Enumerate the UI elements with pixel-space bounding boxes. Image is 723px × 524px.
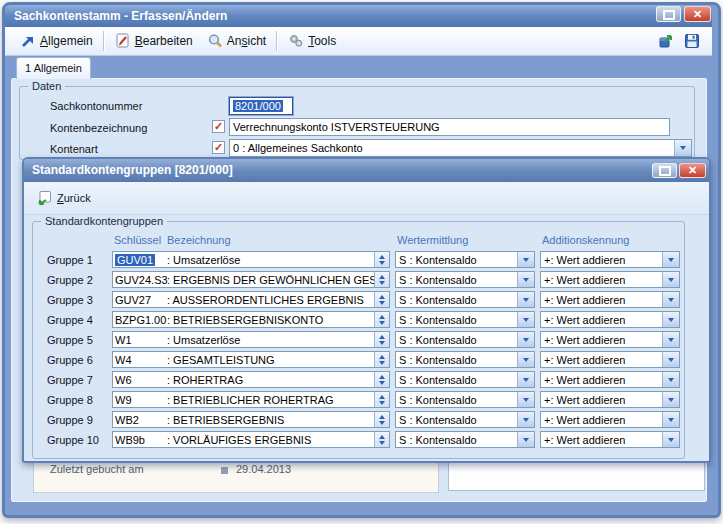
- menu-tools[interactable]: Tools: [281, 31, 343, 51]
- wertermittlung-dropdown-gruppe-6[interactable]: S : Kontensaldo: [395, 351, 535, 368]
- spinner-icon[interactable]: [374, 372, 389, 387]
- schluessel-field-gruppe-2[interactable]: GUV24.S3: ERGEBNIS DER GEWÖHNLICHEN GES: [112, 271, 390, 288]
- schluessel-field-gruppe-3[interactable]: GUV27: AUSSERORDENTLICHES ERGEBNIS: [112, 291, 390, 308]
- dialog-maximize-button[interactable]: [652, 163, 677, 178]
- schluessel-field-gruppe-4[interactable]: BZPG1.00: BETRIEBSERGEBNISKONTO: [112, 311, 390, 328]
- chevron-down-icon[interactable]: [662, 432, 679, 447]
- spinner-icon[interactable]: [374, 352, 389, 367]
- standardkontengruppen-legend: Standardkontengruppen: [41, 215, 167, 227]
- additionskennung-dropdown-gruppe-10[interactable]: +: Wert addieren: [540, 431, 680, 448]
- chevron-down-icon[interactable]: [662, 352, 679, 367]
- spinner-icon[interactable]: [374, 412, 389, 427]
- chevron-down-icon[interactable]: [662, 412, 679, 427]
- magnifier-icon: [207, 33, 223, 49]
- menu-ansicht[interactable]: Ansicht: [200, 31, 273, 51]
- bezeichnung-value: : Umsatzerlöse: [167, 254, 374, 266]
- tab-allgemein[interactable]: 1 Allgemein: [16, 57, 91, 79]
- equals-icon: [221, 467, 228, 474]
- chevron-down-icon[interactable]: [662, 292, 679, 307]
- schluessel-value: GUV01: [113, 254, 167, 266]
- chevron-down-icon[interactable]: [517, 352, 534, 367]
- chevron-down-icon[interactable]: [674, 140, 691, 156]
- dialog-close-button[interactable]: ✕: [679, 163, 706, 178]
- sachkontonummer-input[interactable]: 8201/000: [229, 97, 293, 115]
- standardkontengruppen-dialog: Standardkontengruppen [8201/000] ✕ Zurüc…: [22, 157, 711, 463]
- close-button[interactable]: ✕: [684, 6, 711, 22]
- chevron-down-icon[interactable]: [662, 392, 679, 407]
- wertermittlung-dropdown-gruppe-7[interactable]: S : Kontensaldo: [395, 371, 535, 388]
- wertermittlung-dropdown-gruppe-4[interactable]: S : Kontensaldo: [395, 311, 535, 328]
- spinner-icon[interactable]: [374, 392, 389, 407]
- spinner-icon[interactable]: [374, 272, 389, 287]
- schluessel-field-gruppe-8[interactable]: W9: BETRIEBLICHER ROHERTRAG: [112, 391, 390, 408]
- schluessel-field-gruppe-9[interactable]: WB2: BETRIEBSERGEBNIS: [112, 411, 390, 428]
- maximize-button[interactable]: [656, 6, 681, 22]
- schluessel-value: W9: [113, 394, 167, 406]
- schluessel-field-gruppe-10[interactable]: WB9b: VORLÄUFIGES ERGEBNIS: [112, 431, 390, 448]
- spinner-icon[interactable]: [374, 312, 389, 327]
- chevron-down-icon[interactable]: [517, 412, 534, 427]
- back-arrow-icon: [36, 190, 52, 206]
- chevron-down-icon[interactable]: [517, 432, 534, 447]
- schluessel-value: GUV24.S3: [113, 274, 167, 286]
- spinner-icon[interactable]: [374, 432, 389, 447]
- chevron-down-icon[interactable]: [662, 272, 679, 287]
- chevron-down-icon[interactable]: [517, 332, 534, 347]
- kontenbezeichnung-input[interactable]: Verrechnungskonto ISTVERSTEUERUNG: [229, 118, 670, 136]
- additionskennung-dropdown-gruppe-9[interactable]: +: Wert addieren: [540, 411, 680, 428]
- kontenart-dropdown[interactable]: 0 : Allgemeines Sachkonto: [229, 139, 692, 157]
- chevron-down-icon[interactable]: [662, 312, 679, 327]
- additionskennung-dropdown-gruppe-6[interactable]: +: Wert addieren: [540, 351, 680, 368]
- chevron-down-icon[interactable]: [517, 372, 534, 387]
- additionskennung-dropdown-gruppe-7[interactable]: +: Wert addieren: [540, 371, 680, 388]
- wertermittlung-dropdown-gruppe-2[interactable]: S : Kontensaldo: [395, 271, 535, 288]
- additionskennung-dropdown-gruppe-2[interactable]: +: Wert addieren: [540, 271, 680, 288]
- chevron-down-icon[interactable]: [517, 252, 534, 267]
- save-icon[interactable]: [684, 33, 700, 49]
- kontenart-checkbox[interactable]: ✓: [212, 141, 225, 154]
- additionskennung-dropdown-gruppe-1[interactable]: +: Wert addieren: [540, 251, 680, 268]
- additionskennung-dropdown-gruppe-8[interactable]: +: Wert addieren: [540, 391, 680, 408]
- menu-allgemein[interactable]: Allgemein: [13, 31, 100, 51]
- schluessel-field-gruppe-5[interactable]: W1: Umsatzerlöse: [112, 331, 390, 348]
- zurueck-button[interactable]: Zurück: [32, 187, 99, 209]
- chevron-down-icon[interactable]: [517, 272, 534, 287]
- main-window-title: Sachkontenstamm - Erfassen/Ändern: [14, 9, 227, 23]
- wertermittlung-dropdown-gruppe-1[interactable]: S : Kontensaldo: [395, 251, 535, 268]
- schluessel-value: BZPG1.00: [113, 314, 167, 326]
- spinner-icon[interactable]: [374, 252, 389, 267]
- wertermittlung-dropdown-gruppe-3[interactable]: S : Kontensaldo: [395, 291, 535, 308]
- wertermittlung-dropdown-gruppe-5[interactable]: S : Kontensaldo: [395, 331, 535, 348]
- additionskennung-dropdown-gruppe-3[interactable]: +: Wert addieren: [540, 291, 680, 308]
- chevron-down-icon[interactable]: [662, 372, 679, 387]
- additionskennung-dropdown-gruppe-4[interactable]: +: Wert addieren: [540, 311, 680, 328]
- dialog-titlebar[interactable]: Standardkontengruppen [8201/000]: [24, 159, 709, 182]
- schluessel-value: WB9b: [113, 434, 167, 446]
- menu-bearbeiten[interactable]: Bearbeiten: [108, 31, 200, 51]
- wertermittlung-dropdown-gruppe-8[interactable]: S : Kontensaldo: [395, 391, 535, 408]
- chevron-down-icon[interactable]: [517, 292, 534, 307]
- bezeichnung-value: : Umsatzerlöse: [167, 334, 374, 346]
- chevron-down-icon[interactable]: [517, 312, 534, 327]
- chevron-down-icon[interactable]: [662, 252, 679, 267]
- zuletzt-gebucht-label: Zuletzt gebucht am: [50, 463, 144, 475]
- kontenbezeichnung-checkbox[interactable]: ✓: [212, 120, 225, 133]
- wertermittlung-dropdown-gruppe-10[interactable]: S : Kontensaldo: [395, 431, 535, 448]
- spinner-icon[interactable]: [374, 332, 389, 347]
- bezeichnung-value: : VORLÄUFIGES ERGEBNIS: [167, 434, 374, 446]
- bezeichnung-value: : GESAMTLEISTUNG: [167, 354, 374, 366]
- chevron-down-icon[interactable]: [517, 392, 534, 407]
- gruppe-row-label: Gruppe 10: [47, 434, 107, 446]
- additionskennung-dropdown-gruppe-5[interactable]: +: Wert addieren: [540, 331, 680, 348]
- column-header-bezeichnung: Bezeichnung: [167, 234, 231, 246]
- schluessel-field-gruppe-6[interactable]: W4: GESAMTLEISTUNG: [112, 351, 390, 368]
- main-titlebar[interactable]: Sachkontenstamm - Erfassen/Ändern: [5, 5, 712, 27]
- schluessel-field-gruppe-7[interactable]: W6: ROHERTRAG: [112, 371, 390, 388]
- schluessel-field-gruppe-1[interactable]: GUV01: Umsatzerlöse: [112, 251, 390, 268]
- wertermittlung-dropdown-gruppe-9[interactable]: S : Kontensaldo: [395, 411, 535, 428]
- chevron-down-icon[interactable]: [662, 332, 679, 347]
- bezeichnung-value: : BETRIEBSERGEBNIS: [167, 414, 374, 426]
- kontenart-label: Kontenart: [50, 143, 98, 155]
- spinner-icon[interactable]: [374, 292, 389, 307]
- export-icon[interactable]: [658, 33, 674, 49]
